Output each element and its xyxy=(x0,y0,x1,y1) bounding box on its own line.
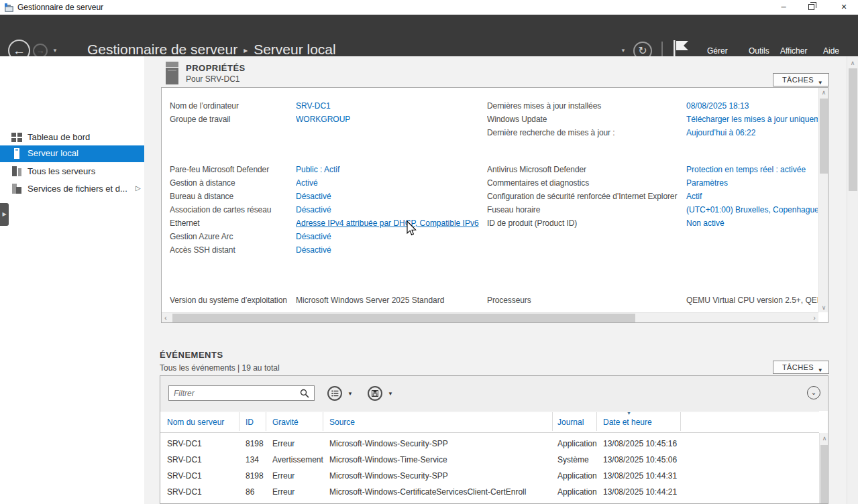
dashboard-icon xyxy=(11,132,22,143)
breadcrumb-current: Serveur local xyxy=(254,42,336,57)
column-header-datetime[interactable]: Date et heure xyxy=(603,418,652,427)
sidebar-collapse-handle[interactable]: ▶ xyxy=(0,203,9,226)
events-section-title: ÉVÉNEMENTS xyxy=(160,350,223,360)
column-header-source[interactable]: Source xyxy=(329,418,355,427)
expand-icon[interactable]: ▷ xyxy=(136,184,141,192)
windows-update-link[interactable]: Télécharger les mises à jour uniquem xyxy=(686,115,818,124)
properties-tasks-button[interactable]: TÂCHES▼ xyxy=(773,73,829,86)
column-header-severity[interactable]: Gravité xyxy=(272,418,299,427)
sidebar-item-all-servers[interactable]: Tous les serveurs xyxy=(0,163,144,180)
column-divider xyxy=(596,412,597,431)
last-check-link[interactable]: Aujourd’hui à 06:22 xyxy=(686,128,818,137)
server-icon xyxy=(11,148,22,159)
caret-down-icon[interactable]: ▼ xyxy=(347,391,353,397)
events-save-query-button[interactable] xyxy=(368,386,382,401)
window-title: Gestionnaire de serveur xyxy=(17,3,103,12)
column-header-id[interactable]: ID xyxy=(246,418,254,427)
caret-down-icon[interactable]: ▼ xyxy=(388,391,393,397)
menu-outils[interactable]: Outils xyxy=(749,46,769,56)
scroll-up-icon[interactable]: ∧ xyxy=(819,89,828,96)
sidebar-item-label: Tableau de bord xyxy=(28,132,90,142)
table-row[interactable]: SRV-DC1 8198 Erreur Microsoft-Windows-Se… xyxy=(160,439,819,455)
last-updates-link[interactable]: 08/08/2025 18:13 xyxy=(686,101,818,111)
column-header-log[interactable]: Journal xyxy=(557,418,584,427)
nic-teaming-link[interactable]: Désactivé xyxy=(296,205,485,214)
scroll-right-icon[interactable]: › xyxy=(813,314,816,322)
close-button[interactable]: × xyxy=(832,0,856,15)
restore-icon xyxy=(808,4,814,10)
properties-section-subtitle: Pour SRV-DC1 xyxy=(186,74,239,84)
firewall-link[interactable]: Public : Actif xyxy=(296,165,485,174)
antivirus-link[interactable]: Protection en temps réel : activée xyxy=(686,165,818,174)
column-divider xyxy=(680,412,681,431)
column-divider xyxy=(266,412,266,431)
ssh-link[interactable]: Désactivé xyxy=(296,245,485,255)
column-divider xyxy=(552,412,553,431)
table-row[interactable]: SRV-DC1 134 Avertissement Microsoft-Wind… xyxy=(160,455,819,471)
scrollbar-thumb[interactable] xyxy=(820,445,828,504)
ie-security-link[interactable]: Actif xyxy=(686,192,818,201)
app-icon xyxy=(4,3,14,13)
minimize-button[interactable]: – xyxy=(771,0,796,15)
file-services-icon xyxy=(11,184,22,194)
sidebar-item-label: Services de fichiers et d... xyxy=(28,184,127,194)
search-icon[interactable] xyxy=(300,389,309,398)
events-tasks-button[interactable]: TÂCHES▼ xyxy=(773,361,829,374)
workgroup-link[interactable]: WORKGROUP xyxy=(296,115,485,124)
events-toolbar: ▼ ▼ ⌄ xyxy=(160,376,828,411)
table-row[interactable]: SRV-DC1 86 Erreur Microsoft-Windows-Cert… xyxy=(160,487,819,503)
scrollbar-thumb[interactable] xyxy=(849,68,857,191)
scrollbar-thumb[interactable] xyxy=(820,99,828,174)
table-row[interactable]: SRV-DC1 8198 Erreur Microsoft-Windows-Se… xyxy=(160,471,819,487)
breadcrumb-root[interactable]: Gestionnaire de serveur xyxy=(87,42,237,57)
scrollbar-thumb[interactable] xyxy=(172,314,635,323)
sidebar-item-label: Tous les serveurs xyxy=(28,166,95,176)
list-icon xyxy=(331,390,339,397)
properties-panel: Nom de l’ordinateur SRV-DC1 Dernières mi… xyxy=(161,87,828,323)
title-bar: Gestionnaire de serveur – × xyxy=(0,0,858,15)
product-id-link[interactable]: Non activé xyxy=(686,218,818,228)
sidebar-item-local-server[interactable]: Serveur local xyxy=(0,145,144,162)
scroll-down-icon[interactable]: ∨ xyxy=(819,304,828,311)
column-divider xyxy=(239,412,239,431)
servers-icon xyxy=(11,166,22,177)
filter-input[interactable] xyxy=(168,385,315,401)
breadcrumb: Gestionnaire de serveur▸Serveur local xyxy=(87,42,336,58)
main-vertical-scrollbar[interactable]: ∧ xyxy=(847,56,858,504)
scroll-up-icon[interactable]: ∧ xyxy=(820,435,828,442)
azure-arc-link[interactable]: Désactivé xyxy=(296,232,485,241)
timezone-link[interactable]: (UTC+01:00) Bruxelles, Copenhague, xyxy=(686,205,818,214)
menu-aide[interactable]: Aide xyxy=(823,46,839,56)
menu-afficher[interactable]: Afficher xyxy=(780,46,807,56)
properties-section-title: PROPRIÉTÉS xyxy=(186,63,246,73)
computer-name-link[interactable]: SRV-DC1 xyxy=(296,101,485,111)
breadcrumb-separator-icon: ▸ xyxy=(237,46,254,55)
nav-bar: ← → ▼ Gestionnaire de serveur▸Serveur lo… xyxy=(0,15,858,56)
table-header-underline xyxy=(160,432,819,433)
history-caret-icon[interactable]: ▼ xyxy=(52,48,58,54)
mouse-cursor xyxy=(405,220,417,238)
events-section-subtitle: Tous les événements | 19 au total xyxy=(160,363,280,373)
sort-descending-icon: ▼ xyxy=(627,411,631,416)
column-header-server[interactable]: Nom du serveur xyxy=(167,418,224,427)
properties-horizontal-scrollbar[interactable]: ‹ › xyxy=(162,312,818,323)
ethernet-link[interactable]: Adresse IPv4 attribuée par DHCP, Compati… xyxy=(296,218,485,228)
events-vertical-scrollbar[interactable]: ∧ xyxy=(819,433,828,504)
events-panel: ▼ ▼ ⌄ Nom du serveur ID Gravité Source J… xyxy=(160,375,828,504)
scroll-up-icon[interactable]: ∧ xyxy=(847,60,858,66)
refresh-caret-icon[interactable]: ▼ xyxy=(621,48,626,54)
remote-management-link[interactable]: Activé xyxy=(296,178,485,188)
properties-vertical-scrollbar[interactable]: ∧ ∨ xyxy=(818,88,828,312)
properties-server-icon xyxy=(165,62,179,84)
menu-gerer[interactable]: Gérer xyxy=(707,46,728,56)
events-list-options-button[interactable] xyxy=(327,386,342,401)
save-icon xyxy=(372,390,378,397)
sidebar: Tableau de bord Serveur local Tous les s… xyxy=(0,56,144,504)
feedback-link[interactable]: Paramètres xyxy=(686,178,818,188)
scroll-left-icon[interactable]: ‹ xyxy=(164,314,167,322)
events-collapse-button[interactable]: ⌄ xyxy=(807,386,820,399)
column-divider xyxy=(323,412,323,431)
sidebar-item-dashboard[interactable]: Tableau de bord xyxy=(0,129,144,146)
remote-desktop-link[interactable]: Désactivé xyxy=(296,192,485,201)
sidebar-item-file-services[interactable]: Services de fichiers et d... ▷ xyxy=(0,180,144,198)
